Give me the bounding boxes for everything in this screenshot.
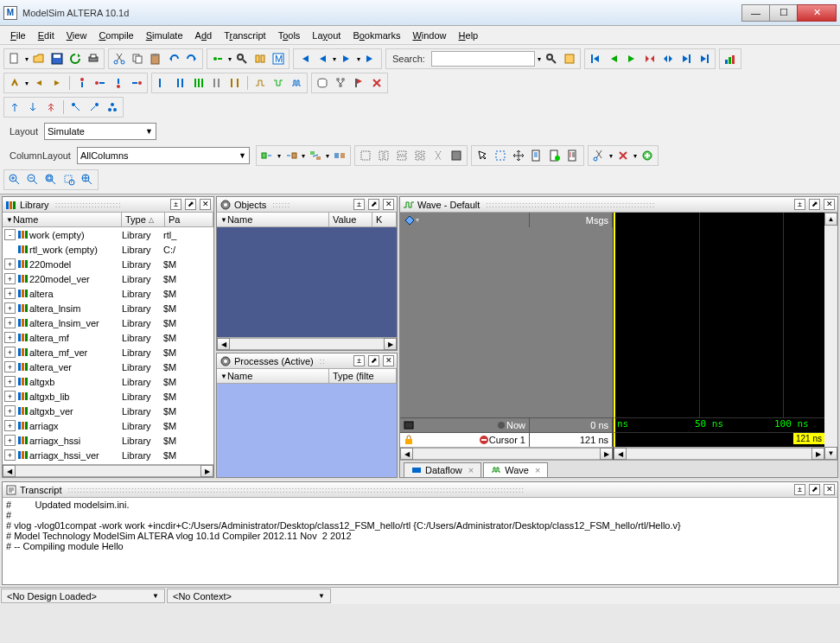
print-button[interactable] bbox=[86, 51, 101, 67]
library-undock-button[interactable]: ⬈ bbox=[185, 199, 196, 210]
trace-right-button[interactable] bbox=[49, 75, 65, 91]
link-2[interactable] bbox=[283, 148, 299, 163]
link-4[interactable] bbox=[332, 148, 347, 163]
compile-button[interactable] bbox=[210, 51, 226, 67]
menu-tools[interactable]: Tools bbox=[273, 29, 306, 42]
wave-cursor-label[interactable]: Cursor 1 bbox=[400, 433, 530, 447]
library-scroll-left[interactable]: ◀ bbox=[3, 465, 16, 477]
library-row[interactable]: +arriagx_hssiLibrary$M bbox=[3, 433, 213, 448]
transcript-undock-button[interactable]: ⬈ bbox=[809, 484, 820, 495]
zoom-out-button[interactable] bbox=[25, 172, 41, 188]
pointer-button[interactable] bbox=[474, 148, 490, 163]
processes-close-button[interactable]: ✕ bbox=[383, 355, 394, 366]
doc-list-button[interactable] bbox=[565, 148, 581, 163]
zoom-in-button[interactable] bbox=[7, 172, 22, 188]
menu-simulate[interactable]: Simulate bbox=[141, 29, 188, 42]
expand-button[interactable]: + bbox=[4, 302, 16, 314]
dot-trace-2[interactable] bbox=[92, 75, 108, 91]
processes-undock-button[interactable]: ⬈ bbox=[368, 355, 379, 366]
search-find-button[interactable] bbox=[544, 51, 559, 67]
zoom-full-button[interactable] bbox=[43, 172, 59, 188]
library-row[interactable]: +altera_mf_verLibrary$M bbox=[3, 345, 213, 360]
delete-button[interactable] bbox=[369, 75, 385, 91]
flag-button[interactable] bbox=[351, 75, 366, 91]
library-close-button[interactable]: ✕ bbox=[200, 199, 211, 210]
dot-trace-3[interactable] bbox=[111, 75, 126, 91]
library-row[interactable]: +220modelLibrary$M bbox=[3, 257, 213, 271]
tab-dataflow[interactable]: Dataflow × bbox=[404, 462, 481, 477]
wave-left-scroll-left[interactable]: ◀ bbox=[400, 448, 413, 460]
tab-wave[interactable]: Wave × bbox=[483, 462, 548, 477]
wave-vscroll-track[interactable] bbox=[824, 226, 837, 447]
view-pulse-2[interactable] bbox=[270, 75, 286, 91]
sel-2[interactable] bbox=[376, 148, 391, 163]
transcript-body[interactable]: # Updated modelsim.ini.## vlog -vlog01co… bbox=[3, 498, 837, 584]
last-edge-button[interactable] bbox=[697, 51, 712, 67]
menu-view[interactable]: View bbox=[61, 29, 92, 42]
trace-up-button[interactable] bbox=[7, 75, 22, 91]
menu-compile[interactable]: Compile bbox=[93, 29, 138, 42]
objects-col-name[interactable]: ▼Name bbox=[217, 213, 329, 226]
library-row[interactable]: +arriagxLibrary$M bbox=[3, 418, 213, 433]
sel-6[interactable] bbox=[449, 148, 464, 163]
undo-button[interactable] bbox=[166, 51, 181, 67]
cut-button[interactable] bbox=[111, 51, 127, 67]
remove-signal-button[interactable] bbox=[615, 148, 631, 163]
transcript-close-button[interactable]: ✕ bbox=[824, 484, 835, 495]
menu-bookmarks[interactable]: Bookmarks bbox=[347, 29, 405, 42]
link-3[interactable] bbox=[308, 148, 323, 163]
library-col-path[interactable]: Pa bbox=[165, 213, 213, 226]
wave-scroll-right[interactable]: ▶ bbox=[811, 448, 824, 460]
step-back-button[interactable] bbox=[315, 51, 330, 67]
menu-transcript[interactable]: Transcript bbox=[219, 29, 271, 42]
dot-trace-1[interactable] bbox=[74, 75, 90, 91]
view-bars-4[interactable] bbox=[209, 75, 225, 91]
processes-col-type[interactable]: Type (filte bbox=[329, 369, 397, 383]
view-bars-1[interactable] bbox=[155, 75, 170, 91]
expand-button[interactable]: + bbox=[4, 405, 16, 417]
expand-button[interactable]: + bbox=[4, 332, 16, 343]
cursor-nav-4[interactable] bbox=[68, 99, 84, 115]
wave-left-scroll-right[interactable]: ▶ bbox=[600, 448, 613, 460]
expand-button[interactable]: + bbox=[4, 435, 16, 446]
layout-select[interactable]: Simulate ▼ bbox=[44, 123, 156, 140]
find-button[interactable] bbox=[234, 51, 250, 67]
library-dock-button[interactable]: ± bbox=[170, 199, 181, 210]
close-button[interactable]: ✕ bbox=[797, 4, 837, 22]
expand-button[interactable]: + bbox=[4, 273, 16, 284]
cursor-nav-5[interactable] bbox=[86, 99, 102, 115]
library-row[interactable]: +altera_lnsim_verLibrary$M bbox=[3, 315, 213, 330]
library-row[interactable]: +altera_mfLibrary$M bbox=[3, 330, 213, 345]
view-bars-3[interactable] bbox=[191, 75, 207, 91]
wave-canvas[interactable] bbox=[614, 213, 824, 417]
expand-button[interactable]: + bbox=[4, 288, 16, 299]
wave-signals-area[interactable] bbox=[400, 227, 613, 417]
step-fwd-full-button[interactable] bbox=[363, 51, 379, 67]
objects-scroll-track[interactable] bbox=[230, 338, 384, 350]
library-row[interactable]: rtl_work (empty)LibraryC:/ bbox=[3, 242, 213, 257]
expand-button[interactable]: + bbox=[4, 317, 16, 328]
step-fwd-button[interactable] bbox=[339, 51, 354, 67]
step-back-full-button[interactable] bbox=[296, 51, 312, 67]
sel-5[interactable] bbox=[430, 148, 446, 163]
cut-signal-button[interactable] bbox=[591, 148, 607, 163]
wave-close-button[interactable]: ✕ bbox=[824, 199, 835, 210]
menu-help[interactable]: Help bbox=[454, 29, 484, 42]
redo-button[interactable] bbox=[184, 51, 200, 67]
trace-left-button[interactable] bbox=[31, 75, 47, 91]
wave-left-scroll-track[interactable] bbox=[413, 448, 600, 460]
library-row[interactable]: -work (empty)Libraryrtl_ bbox=[3, 227, 213, 242]
add-signal-button[interactable] bbox=[640, 148, 655, 163]
library-row[interactable]: +alteraLibrary$M bbox=[3, 286, 213, 301]
view-pulse-3[interactable] bbox=[289, 75, 304, 91]
expand-button[interactable]: + bbox=[4, 449, 16, 461]
view-bars-5[interactable] bbox=[227, 75, 243, 91]
zoom-cursor-button[interactable] bbox=[80, 172, 95, 188]
tab-wave-close[interactable]: × bbox=[535, 465, 540, 475]
simulate-button[interactable]: M bbox=[270, 51, 286, 67]
prev-edge-button[interactable] bbox=[588, 51, 603, 67]
sel-1[interactable] bbox=[358, 148, 373, 163]
status-context[interactable]: <No Context>▼ bbox=[167, 589, 331, 603]
menu-edit[interactable]: Edit bbox=[33, 29, 60, 42]
move-button[interactable] bbox=[511, 148, 526, 163]
